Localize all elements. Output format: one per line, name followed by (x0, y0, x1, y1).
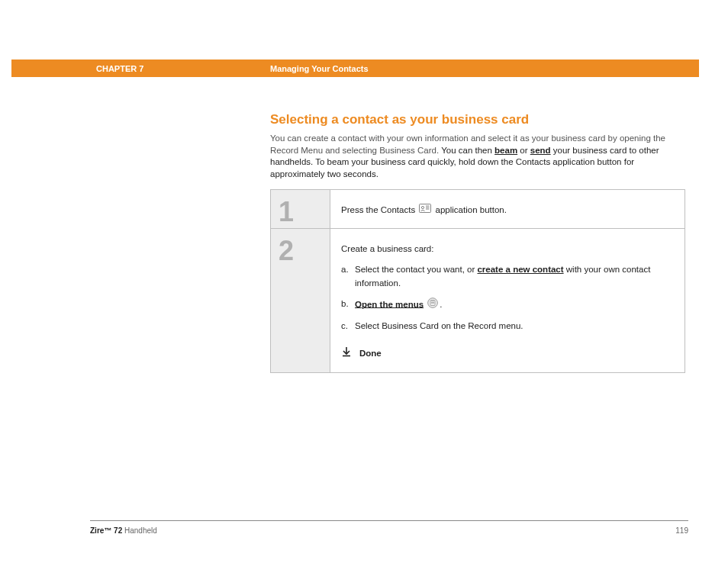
open-menus-link[interactable]: Open the menus (355, 299, 424, 308)
steps-table: 1 Press the Contacts application button.… (270, 189, 685, 373)
chapter-title: Managing Your Contacts (270, 64, 369, 73)
substep-text: Open the menus . (355, 298, 669, 312)
intro-text-dark-mid: or (517, 146, 530, 155)
substep-b: b. Open the menus . (341, 298, 669, 312)
menu-icon (427, 298, 438, 312)
done-label: Done (359, 347, 382, 360)
step-row: 2 Create a business card: a. Select the … (271, 229, 685, 372)
chapter-header: CHAPTER 7 Managing Your Contacts (11, 60, 699, 77)
substep-b-suffix: . (440, 299, 442, 308)
contacts-icon (419, 204, 431, 217)
step2-lead: Create a business card: (341, 243, 669, 256)
substep-c: c. Select Business Card on the Record me… (341, 320, 669, 333)
section-heading: Selecting a contact as your business car… (270, 112, 682, 127)
product-name-rest: Handheld (122, 526, 157, 535)
substep-a-prefix: Select the contact you want, or (355, 265, 477, 274)
product-name-bold: Zire™ 72 (90, 526, 122, 535)
intro-paragraph: You can create a contact with your own i… (270, 133, 682, 180)
step1-text-suffix: application button. (436, 205, 507, 214)
substep-text: Select the contact you want, or create a… (355, 263, 669, 290)
chapter-label: CHAPTER 7 (96, 64, 143, 73)
substep-text: Select Business Card on the Record menu. (355, 320, 669, 333)
footer-rule (90, 520, 688, 521)
product-name: Zire™ 72 Handheld (90, 526, 157, 535)
substep-letter: b. (341, 298, 355, 312)
svg-rect-0 (420, 204, 431, 213)
create-new-contact-link[interactable]: create a new contact (477, 265, 563, 274)
page-footer: Zire™ 72 Handheld 119 (90, 526, 688, 535)
step-number: 1 (271, 190, 330, 228)
page-number: 119 (675, 526, 688, 535)
step-row: 1 Press the Contacts application button. (271, 190, 685, 229)
step-body: Create a business card: a. Select the co… (330, 229, 685, 372)
step-number: 2 (271, 229, 330, 372)
substep-letter: a. (341, 263, 355, 290)
step1-text-prefix: Press the Contacts (341, 205, 417, 214)
intro-text-dark-prefix: You can then (439, 146, 494, 155)
svg-rect-6 (430, 300, 435, 305)
substep-letter: c. (341, 320, 355, 333)
substep-a: a. Select the contact you want, or creat… (341, 263, 669, 290)
step-body: Press the Contacts application button. (330, 190, 685, 228)
beam-link[interactable]: beam (494, 146, 517, 155)
done-icon (341, 346, 352, 361)
section-content: Selecting a contact as your business car… (270, 112, 682, 180)
done-row: Done (341, 346, 669, 361)
send-link[interactable]: send (530, 146, 551, 155)
